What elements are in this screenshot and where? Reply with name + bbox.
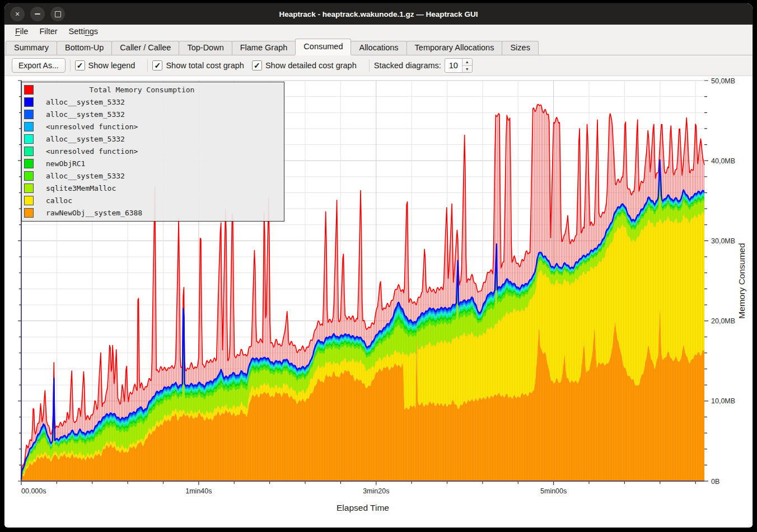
legend-item: sqlite3MemMalloc (22, 182, 284, 194)
y-tick-label: 10,0MB (711, 397, 735, 405)
titlebar: × Heaptrack - heaptrack.wakunode.1.gz — … (4, 3, 753, 25)
maximize-icon (55, 11, 61, 17)
toolbar-separator (70, 59, 71, 72)
window-title: Heaptrack - heaptrack.wakunode.1.gz — He… (4, 10, 753, 18)
y-tick-label: 50,0MB (711, 77, 735, 85)
legend-item: calloc (22, 194, 284, 206)
stacked-diagrams-label: Stacked diagrams: (374, 61, 441, 70)
minimize-button[interactable] (30, 7, 45, 21)
legend-item: rawNewObj__system_6388 (22, 206, 284, 219)
stacked-diagrams-value[interactable]: 10 (445, 59, 462, 72)
legend-label: sqlite3MemMalloc (46, 184, 116, 192)
legend-swatch (24, 208, 34, 218)
app-window: × Heaptrack - heaptrack.wakunode.1.gz — … (4, 3, 753, 528)
toolbar-separator (369, 59, 370, 72)
checkbox-label: Show legend (88, 61, 135, 70)
tab-flame-graph[interactable]: Flame Graph (232, 41, 296, 55)
chart-legend: Total Memory Consumptionalloc__system_53… (21, 82, 284, 222)
tab-temporary-allocations[interactable]: Temporary Allocations (406, 41, 503, 55)
checkbox-label: Show total cost graph (166, 61, 244, 70)
tab-allocations[interactable]: Allocations (351, 41, 406, 55)
checkbox-box[interactable]: ✓ (152, 60, 162, 70)
toolbar: Export As... ✓Show legend✓Show total cos… (4, 55, 753, 76)
checkbox-box[interactable]: ✓ (75, 60, 85, 70)
legend-item: alloc__system_5332 (22, 133, 284, 145)
legend-item: <unresolved function> (22, 120, 284, 133)
checkbox-show-legend[interactable]: ✓Show legend (75, 60, 135, 70)
minimize-icon (35, 13, 40, 15)
chevron-up-icon: ▲ (465, 60, 469, 64)
tab-sizes[interactable]: Sizes (502, 41, 538, 55)
y-axis-title: Memory Consumed (737, 243, 746, 318)
legend-label: <unresolved function> (46, 147, 138, 156)
menubar: FileFilterSettings (4, 25, 753, 38)
legend-item: alloc__system_5332 (22, 96, 284, 108)
menu-item-settings[interactable]: Settings (64, 26, 103, 36)
legend-swatch (24, 97, 34, 107)
tab-consumed[interactable]: Consumed (295, 39, 351, 55)
y-tick-label: 30,0MB (711, 237, 735, 245)
y-tick-label: 40,0MB (711, 157, 735, 165)
x-tick-label: 5min00s (540, 487, 567, 495)
legend-swatch (24, 196, 34, 205)
x-tick-label: 00.000s (21, 487, 46, 495)
legend-label: calloc (46, 196, 72, 205)
close-icon: × (15, 10, 20, 18)
tab-bar: SummaryBottom-UpCaller / CalleeTop-DownF… (4, 38, 753, 55)
checkbox-box[interactable]: ✓ (252, 60, 262, 70)
legend-title-row: Total Memory Consumption (22, 83, 284, 96)
maximize-button[interactable] (50, 7, 65, 21)
legend-swatch-total (24, 85, 34, 95)
legend-item: <unresolved function> (22, 145, 284, 157)
close-button[interactable]: × (10, 7, 25, 21)
export-as-button[interactable]: Export As... (12, 58, 66, 73)
legend-swatch (24, 183, 34, 193)
tab-caller-callee[interactable]: Caller / Callee (111, 41, 179, 55)
tab-bottom-up[interactable]: Bottom-Up (57, 41, 112, 55)
x-axis-title: Elapsed Time (337, 503, 389, 512)
legend-label: rawNewObj__system_6388 (46, 209, 142, 217)
toolbar-separator (147, 59, 148, 72)
menu-item-filter[interactable]: Filter (34, 26, 62, 36)
y-tick-label: 20,0MB (711, 317, 735, 325)
checkbox-show-total-cost-graph[interactable]: ✓Show total cost graph (152, 60, 244, 70)
tab-summary[interactable]: Summary (6, 41, 57, 55)
legend-label: <unresolved function> (46, 123, 138, 131)
spin-up-button[interactable]: ▲ (462, 59, 472, 66)
chart-area[interactable]: 00.000s1min40s3min20s5min00s0B10,0MB20,0… (4, 76, 753, 527)
legend-swatch (24, 122, 34, 131)
legend-label: alloc__system_5332 (46, 98, 125, 106)
legend-swatch (24, 134, 34, 144)
legend-item: alloc__system_5332 (22, 108, 284, 120)
legend-item: newObjRC1 (22, 157, 284, 170)
stacked-diagrams-spinbox[interactable]: 10 ▲ ▼ (445, 58, 473, 73)
tab-top-down[interactable]: Top-Down (179, 41, 232, 55)
legend-swatch (24, 171, 34, 181)
legend-label: newObjRC1 (46, 159, 85, 168)
legend-title: Total Memory Consumption (34, 86, 250, 94)
chevron-down-icon: ▼ (465, 67, 469, 71)
legend-swatch (24, 147, 34, 156)
legend-label: alloc__system_5332 (46, 135, 125, 143)
x-tick-label: 3min20s (363, 487, 389, 495)
legend-swatch (24, 110, 34, 119)
legend-label: alloc__system_5332 (46, 172, 125, 180)
checkbox-label: Show detailed cost graph (265, 61, 357, 70)
legend-label: alloc__system_5332 (46, 110, 125, 119)
legend-item: alloc__system_5332 (22, 170, 284, 182)
y-tick-label: 0B (711, 478, 719, 486)
x-tick-label: 1min40s (185, 487, 212, 495)
checkbox-show-detailed-cost-graph[interactable]: ✓Show detailed cost graph (252, 60, 357, 70)
window-controls: × (10, 7, 65, 21)
menu-item-file[interactable]: File (10, 26, 33, 36)
spin-down-button[interactable]: ▼ (462, 66, 472, 73)
legend-swatch (24, 159, 34, 168)
